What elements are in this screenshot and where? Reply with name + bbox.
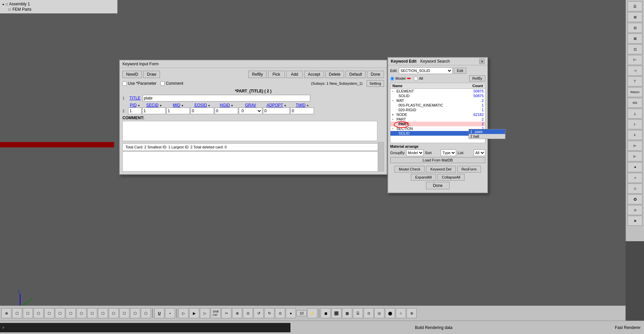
kif-secid-link[interactable]: SECID <box>146 103 159 108</box>
rt-btn-19[interactable]: ✬ <box>628 216 642 226</box>
toolbar-btn-9[interactable]: ⬡ <box>87 308 97 318</box>
kif-setting-btn[interactable]: Setting <box>367 80 384 87</box>
toolbar-btn-11[interactable]: ⬡ <box>109 308 119 318</box>
km-tree-020[interactable]: 020-RIGID 1 <box>390 108 485 112</box>
rt-btn-5[interactable]: ⊡ <box>628 44 642 54</box>
km-element-toggle[interactable]: − <box>392 89 396 93</box>
kif-title-input[interactable] <box>143 95 310 102</box>
kif-use-param-cb[interactable] <box>122 81 127 86</box>
rt-btn-7[interactable]: ⊣ <box>628 66 642 76</box>
toolbar-btn-5[interactable]: ⬡ <box>44 308 54 318</box>
kif-refby-btn[interactable]: RefBy <box>248 71 267 78</box>
km-done-btn[interactable]: Done <box>426 182 450 189</box>
kif-eosid-input[interactable] <box>191 108 214 114</box>
rt-btn-17[interactable]: ✪ <box>628 194 642 204</box>
km-radio-model[interactable] <box>390 76 394 81</box>
kif-hgid-input[interactable] <box>215 108 238 114</box>
toolbar-btn-u[interactable]: U <box>154 308 164 318</box>
toolbar-btn-14[interactable]: ⬡ <box>141 308 151 318</box>
km-tree-element[interactable]: − ELEMENT 50875 <box>390 89 485 93</box>
kif-tmid-link[interactable]: TMID <box>296 103 306 108</box>
toolbar-btn-24[interactable]: ● <box>286 308 296 318</box>
kif-pid-link[interactable]: PID <box>130 103 137 108</box>
km-edit-select[interactable]: SECTION_SOLID <box>399 67 452 74</box>
rt-btn-14[interactable]: ✦ <box>628 162 642 172</box>
rt-btn-12[interactable]: ⊨ <box>628 141 642 151</box>
kif-footer-scrollbar[interactable] <box>378 142 384 151</box>
kif-hgid-link[interactable]: HGID <box>220 103 230 108</box>
km-list-select[interactable]: All <box>474 149 485 156</box>
kif-eosid-link[interactable]: EOSID <box>195 103 207 108</box>
kif-add-btn[interactable]: Add <box>286 71 303 78</box>
kif-default-btn[interactable]: Default <box>345 71 366 78</box>
toolbar-btn-2[interactable]: ⬡ <box>12 308 22 318</box>
kif-tmid-input[interactable] <box>290 108 314 114</box>
kif-draw-btn[interactable]: Draw <box>143 71 160 78</box>
kif-accept-btn[interactable]: Accept <box>304 71 324 78</box>
km-radio-all[interactable] <box>414 76 418 81</box>
number-field[interactable]: 10 <box>297 310 307 316</box>
kif-comment-cb[interactable] <box>160 81 165 86</box>
kif-mid-link[interactable]: MID <box>173 103 180 108</box>
kif-comment-label[interactable]: Comment <box>160 81 183 86</box>
toolbar-btn-dot[interactable]: • <box>165 308 175 318</box>
km-tree-003[interactable]: 003-PLASTIC_KINEMATIC 1 <box>390 103 485 108</box>
kif-use-param-label[interactable]: Use *Parameter <box>122 81 156 86</box>
toolbar-btn-34[interactable]: ⊛ <box>407 308 417 318</box>
rt-btn-13[interactable]: ⊩ <box>628 151 642 161</box>
kif-comment-textarea[interactable] <box>122 121 377 141</box>
km-tree-node[interactable]: + NODE 62182 <box>390 112 485 117</box>
toolbar-btn-25[interactable]: ⚡ <box>307 308 317 318</box>
kif-pick-btn[interactable]: Pick <box>268 71 285 78</box>
toolbar-btn-22[interactable]: ↻ <box>264 308 274 318</box>
rt-btn-10[interactable]: ⊦ <box>628 119 642 129</box>
rt-btn-3[interactable]: ⊟ <box>628 23 642 33</box>
kif-grav-select[interactable]: 0 <box>239 108 262 114</box>
km-tree-solid-1[interactable]: SOLID 50875 <box>390 93 485 98</box>
km-keyword-del-btn[interactable]: Keyword Del <box>426 166 455 173</box>
toolbar-btn-6[interactable]: ⬡ <box>55 308 65 318</box>
toolbar-btn-13[interactable]: ⬡ <box>130 308 140 318</box>
km-model-check-btn[interactable]: Model Check <box>394 166 425 173</box>
kif-list-item-ball[interactable]: 2 ball <box>469 134 505 139</box>
tree-toggle-assembly[interactable]: ▸ <box>3 2 4 6</box>
km-refby-btn[interactable]: RefBy <box>469 75 485 81</box>
kif-pid-input[interactable] <box>128 108 142 114</box>
kif-mid-input[interactable] <box>166 108 190 114</box>
toolbar-btn-31[interactable]: ◎ <box>374 308 384 318</box>
rt-btn-6[interactable]: ⊢ <box>628 55 642 65</box>
km-sort-select[interactable]: Type <box>441 149 456 156</box>
kif-grav-link[interactable]: GRAV <box>245 103 256 108</box>
toolbar-btn-32[interactable]: ⬤ <box>385 308 395 318</box>
rt-btn-ms[interactable]: MS <box>628 98 642 108</box>
rt-btn-11[interactable]: ⊧ <box>628 130 642 140</box>
km-tree-part[interactable]: − PART 2 <box>390 117 485 122</box>
toolbar-btn-10[interactable]: ⬡ <box>98 308 108 318</box>
km-node-toggle[interactable]: + <box>392 113 396 117</box>
toolbar-btn-shift[interactable]: ShiftCtrl <box>211 308 221 318</box>
toolbar-btn-3[interactable]: ⬡ <box>23 308 33 318</box>
rt-btn-return[interactable]: Return <box>628 87 642 97</box>
toolbar-btn-7[interactable]: ⬡ <box>66 308 76 318</box>
km-tree-mat[interactable]: − MAT 2 <box>390 98 485 103</box>
kif-adpopt-link[interactable]: ADPOPT <box>267 103 283 108</box>
kif-secid-input[interactable] <box>142 108 166 114</box>
rt-btn-1[interactable]: ☰ <box>628 1 642 11</box>
rt-btn-2[interactable]: ⊞ <box>628 12 642 22</box>
command-input[interactable]: > <box>0 323 290 332</box>
tree-item-assembly[interactable]: ▸ □ Assembly 1 <box>3 1 115 7</box>
km-radio-all-label[interactable]: All <box>414 76 423 81</box>
km-mat-toggle[interactable]: − <box>392 99 396 103</box>
rt-btn-8[interactable]: ⊤ <box>628 76 642 86</box>
toolbar-btn-30[interactable]: ⊙ <box>364 308 374 318</box>
toolbar-btn-27[interactable]: ⬛ <box>331 308 341 318</box>
km-groupby-select[interactable]: Model <box>406 149 424 156</box>
km-collapse-all-btn[interactable]: CollapseAll <box>437 174 465 181</box>
rt-btn-15[interactable]: ✧ <box>628 173 642 183</box>
rt-btn-4[interactable]: ⊠ <box>628 34 642 44</box>
kif-extra-scrollbar[interactable] <box>378 152 384 171</box>
kif-delete-btn[interactable]: Delete <box>325 71 344 78</box>
km-expand-all-btn[interactable]: ExpandAll <box>411 174 436 181</box>
toolbar-btn-16[interactable]: ▶ <box>189 308 199 318</box>
toolbar-btn-19[interactable]: ⊕ <box>232 308 242 318</box>
